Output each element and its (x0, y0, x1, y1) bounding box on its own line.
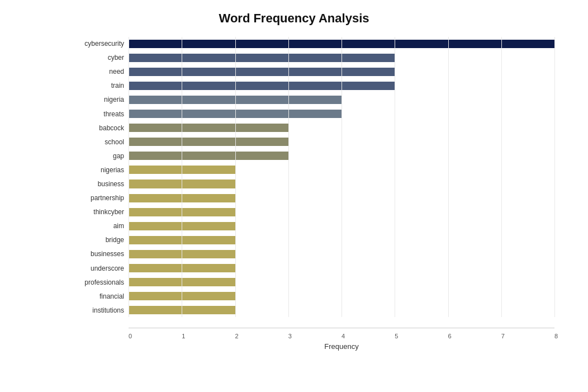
bar (129, 138, 288, 146)
bar-row (129, 290, 554, 303)
bar-row (129, 219, 554, 233)
x-axis-line (129, 328, 554, 328)
bar-label: train (111, 82, 124, 89)
bar-label: bridge (106, 236, 124, 244)
bar-row (129, 107, 554, 120)
bar-row (129, 191, 554, 205)
bar-row (129, 135, 554, 149)
bar-row (129, 163, 554, 177)
bar-row (129, 262, 554, 275)
bar-label: threats (103, 110, 124, 118)
bar (129, 236, 235, 244)
bar-label: partnership (91, 194, 124, 202)
bar-label: thinkcyber (93, 208, 124, 216)
bar (129, 152, 288, 160)
bar-label: business (98, 180, 124, 188)
bar-label: professionals (84, 278, 124, 286)
bar (129, 264, 235, 272)
bar-label: school (105, 138, 124, 146)
bar-row (129, 37, 554, 50)
chart-container: Word Frequency Analysis cybersecuritycyb… (0, 0, 588, 392)
bar-row (129, 233, 554, 247)
bar (129, 250, 235, 258)
bar-row (129, 79, 554, 92)
bar (129, 40, 554, 48)
bar (129, 222, 235, 230)
bar-label: businesses (91, 250, 124, 258)
bar (129, 278, 235, 286)
bar-label: aim (113, 222, 124, 230)
bar-label: underscore (91, 265, 124, 272)
bar-label: cybersecurity (84, 40, 124, 48)
bar (129, 82, 395, 90)
bar-row (129, 51, 554, 64)
bar (129, 110, 342, 118)
bar-row (129, 177, 554, 191)
x-axis-label: Frequency (129, 342, 554, 351)
bar-row (129, 93, 554, 106)
bar-row (129, 276, 554, 289)
bar (129, 96, 342, 104)
bar (129, 54, 395, 62)
bar-row (129, 65, 554, 78)
bar-label: cyber (108, 54, 124, 62)
bar (129, 166, 235, 174)
bar-row (129, 247, 554, 261)
bar (129, 124, 288, 132)
bar-row (129, 121, 554, 135)
bar (129, 306, 235, 314)
bar-row (129, 304, 554, 317)
x-ticks: 012345678 (129, 333, 554, 339)
bar-label: babcock (99, 124, 124, 132)
bar (129, 180, 235, 188)
bar (129, 68, 395, 76)
bar-row (129, 205, 554, 219)
bar-label: gap (113, 152, 124, 160)
bar-row (129, 149, 554, 163)
bar (129, 194, 235, 202)
bar-label: nigeria (104, 96, 124, 103)
bar-label: financial (99, 292, 124, 300)
bar-label: need (109, 68, 124, 75)
bar-label: institutions (92, 306, 124, 314)
bar-label: nigerias (101, 166, 124, 174)
bar (129, 208, 235, 216)
chart-title: Word Frequency Analysis (22, 11, 566, 26)
bar (129, 292, 235, 300)
